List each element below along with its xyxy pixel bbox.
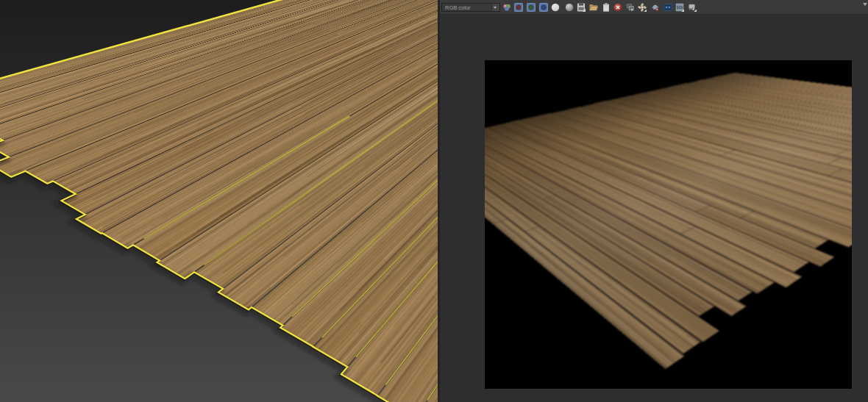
svg-text:90h: 90h (676, 5, 683, 10)
